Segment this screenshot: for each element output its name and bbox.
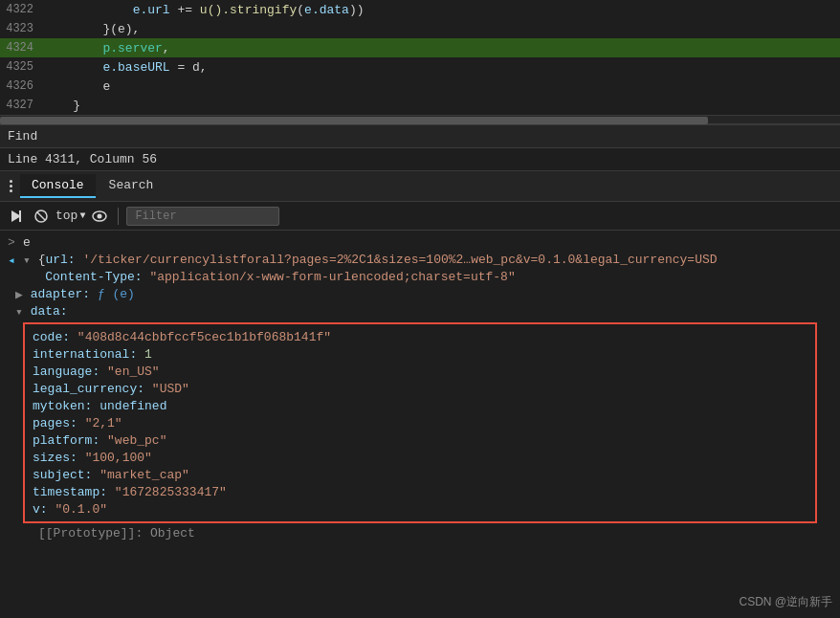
object-url-line: {url: '/ticker/currencylistforall?pages=… bbox=[31, 253, 718, 267]
data-root-line[interactable]: ▾ data: bbox=[0, 303, 840, 320]
line-number: 4325 bbox=[0, 60, 43, 74]
svg-line-3 bbox=[37, 212, 45, 220]
line-content: e.url += u().stringify(e.data)) bbox=[43, 3, 365, 17]
data-expand-icon: ▾ bbox=[15, 304, 23, 320]
adapter-line[interactable]: ▶ adapter: ƒ (e) bbox=[0, 286, 840, 303]
watermark-text: CSDN @逆向新手 bbox=[739, 595, 832, 608]
code-line-4323: 4323 }(e), bbox=[0, 19, 840, 38]
execute-button[interactable] bbox=[6, 206, 27, 227]
data-field-line: language: "en_US" bbox=[33, 363, 807, 380]
find-bar: Find bbox=[0, 125, 840, 148]
left-arrow-icon: ◂ bbox=[8, 253, 19, 268]
chevron-down-icon: ▼ bbox=[79, 210, 85, 221]
console-controls-row: top ▼ bbox=[0, 202, 840, 231]
tab-console[interactable]: Console bbox=[20, 174, 96, 198]
line-content: e bbox=[43, 79, 110, 94]
adapter-collapse-icon: ▶ bbox=[15, 287, 23, 302]
code-line-4322: 4322 e.url += u().stringify(e.data)) bbox=[0, 0, 840, 19]
line-number: 4326 bbox=[0, 79, 43, 93]
data-field-line: legal_currency: "USD" bbox=[33, 380, 807, 397]
line-number: 4324 bbox=[0, 41, 43, 55]
content-type-line: Content-Type: "application/x-www-form-ur… bbox=[0, 269, 840, 286]
top-label: top bbox=[55, 209, 77, 223]
code-editor: 4322 e.url += u().stringify(e.data))4323… bbox=[0, 0, 840, 125]
watermark: CSDN @逆向新手 bbox=[739, 594, 832, 610]
eye-button[interactable] bbox=[89, 206, 110, 227]
context-selector[interactable]: top ▼ bbox=[55, 209, 85, 223]
status-bar: Line 4311, Column 56 bbox=[0, 148, 840, 171]
data-key: data: bbox=[23, 304, 68, 319]
devtools-panel: Console Search top ▼ bbox=[0, 171, 840, 546]
filter-input[interactable] bbox=[126, 207, 279, 226]
prompt-line: > e bbox=[0, 234, 840, 252]
data-field-line: v: "0.1.0" bbox=[33, 500, 807, 518]
line-number: 4323 bbox=[0, 22, 43, 35]
tab-search[interactable]: Search bbox=[98, 174, 166, 198]
line-content: } bbox=[43, 99, 80, 113]
code-line-4326: 4326 e bbox=[0, 77, 840, 96]
data-field-line: subject: "market_cap" bbox=[33, 466, 807, 483]
code-line-4325: 4325 e.baseURL = d, bbox=[0, 57, 840, 77]
scrollbar-thumb bbox=[0, 117, 708, 124]
find-label: Find bbox=[8, 129, 37, 143]
object-expand-icon: ▾ bbox=[23, 253, 31, 268]
data-field-line: platform: "web_pc" bbox=[33, 431, 807, 449]
cursor-position: Line 4311, Column 56 bbox=[8, 152, 157, 166]
code-line-4327: 4327 } bbox=[0, 96, 840, 115]
code-line-4324: 4324 p.server, bbox=[0, 38, 840, 57]
horizontal-scrollbar[interactable] bbox=[0, 115, 840, 124]
svg-point-5 bbox=[98, 213, 102, 218]
line-number: 4322 bbox=[0, 3, 43, 16]
prototype-text: [[Prototype]]: Object bbox=[38, 526, 195, 541]
data-field-line: sizes: "100,100" bbox=[33, 449, 807, 466]
more-options-button[interactable] bbox=[4, 176, 18, 196]
data-field-line: timestamp: "1672825333417" bbox=[33, 483, 807, 500]
stop-button[interactable] bbox=[31, 206, 52, 227]
content-type-text: Content-Type: "application/x-www-form-ur… bbox=[15, 270, 516, 284]
separator bbox=[118, 208, 119, 225]
line-content: p.server, bbox=[43, 41, 170, 55]
play-icon bbox=[10, 210, 23, 223]
prototype-line: [[Prototype]]: Object bbox=[0, 525, 840, 542]
object-root-line[interactable]: ◂ ▾ {url: '/ticker/currencylistforall?pa… bbox=[0, 252, 840, 269]
data-field-line: mytoken: undefined bbox=[33, 397, 807, 414]
adapter-text: adapter: ƒ (e) bbox=[23, 287, 135, 301]
line-number: 4327 bbox=[0, 99, 43, 112]
line-content: e.baseURL = d, bbox=[43, 60, 208, 75]
console-toolbar: Console Search bbox=[0, 171, 840, 202]
data-field-line: pages: "2,1" bbox=[33, 414, 807, 431]
console-output: > e ◂ ▾ {url: '/ticker/currencylistforal… bbox=[0, 231, 840, 546]
stop-icon bbox=[34, 210, 48, 223]
data-section: code: "408d8c44cbbfccf5cec1b1bf068b141f"… bbox=[23, 322, 817, 523]
eye-icon bbox=[92, 210, 107, 222]
prompt-arrow: > bbox=[8, 235, 19, 250]
svg-rect-1 bbox=[19, 210, 21, 222]
data-field-line: international: 1 bbox=[33, 345, 807, 363]
line-content: }(e), bbox=[43, 22, 140, 36]
data-field-line: code: "408d8c44cbbfccf5cec1b1bf068b141f" bbox=[33, 328, 807, 345]
prompt-expression: e bbox=[23, 235, 31, 250]
